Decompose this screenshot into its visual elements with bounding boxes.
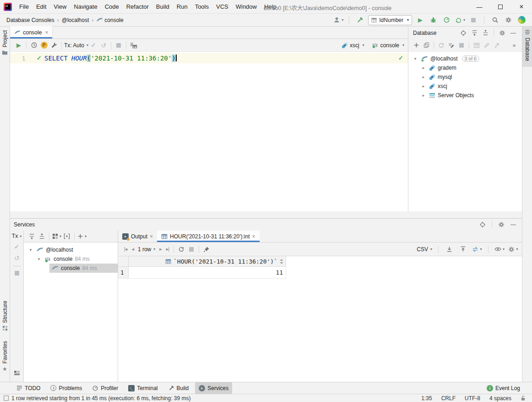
collapse-all-button[interactable]	[480, 28, 490, 38]
first-page-button[interactable]: |◂	[122, 246, 129, 252]
chevron-down-icon[interactable]: ▾	[412, 56, 418, 61]
pin-tab-button[interactable]	[201, 244, 212, 254]
schema-select[interactable]: xscj ▾	[342, 42, 364, 49]
edit-source-button[interactable]	[482, 40, 492, 50]
lock-icon[interactable]	[521, 395, 526, 401]
grid-data-row[interactable]: 1 11	[118, 267, 286, 279]
tool-button-build[interactable]: Build	[164, 382, 193, 394]
menu-navigate[interactable]: Navigate	[70, 1, 101, 12]
hide-panel-button[interactable]: —	[508, 28, 518, 38]
expand-all-button[interactable]	[469, 28, 479, 38]
tree-row-gradem[interactable]: ▸ gradem	[408, 63, 522, 72]
prev-page-button[interactable]: ◂	[129, 246, 136, 252]
stop-session-button[interactable]	[15, 270, 19, 277]
session-select[interactable]: console ▾	[372, 42, 404, 49]
navigate-button[interactable]	[492, 40, 502, 50]
chevron-right-icon[interactable]: ▸	[420, 93, 427, 98]
console-settings-button[interactable]	[49, 40, 59, 50]
menu-vcs[interactable]: VCS	[212, 1, 232, 12]
reload-page-button[interactable]	[176, 244, 186, 254]
menu-tools[interactable]: Tools	[191, 1, 212, 12]
stop-button[interactable]	[468, 15, 478, 25]
refresh-button[interactable]	[436, 40, 446, 50]
close-tab-icon[interactable]: ×	[150, 233, 153, 240]
transpose-button[interactable]: ▾	[472, 244, 482, 254]
tool-tab-favorites[interactable]: Favorites ★	[0, 338, 10, 375]
tool-button-todo[interactable]: TODO	[13, 382, 44, 394]
menu-window[interactable]: Window	[232, 1, 261, 12]
plugin-button[interactable]	[516, 15, 527, 25]
user-account-button[interactable]: ▾	[333, 15, 343, 25]
menu-build[interactable]: Build	[152, 1, 173, 12]
tool-tab-project[interactable]: Project	[0, 28, 10, 58]
more-actions-button[interactable]: »	[509, 40, 519, 50]
line-separator-indicator[interactable]: CRLF	[441, 395, 456, 402]
database-settings-button[interactable]	[497, 28, 507, 38]
export-data-button[interactable]	[445, 244, 455, 254]
run-button[interactable]: ▶	[415, 15, 425, 25]
rollback-button[interactable]: ↺	[14, 254, 20, 262]
maximize-button[interactable]	[490, 0, 511, 14]
hide-services-button[interactable]: —	[508, 220, 518, 230]
tree-row-localhost[interactable]: ▾ @localhost 3 of 6	[408, 54, 522, 63]
debug-button[interactable]	[429, 15, 439, 25]
stop-query-button[interactable]	[186, 244, 196, 254]
layout-button[interactable]	[14, 370, 20, 377]
execute-button[interactable]: ▶	[14, 40, 24, 50]
in-editor-results-button[interactable]	[129, 40, 139, 50]
chevron-right-icon[interactable]: ▸	[420, 84, 427, 88]
add-service-button[interactable]: ▾	[77, 231, 87, 242]
tab-result[interactable]: HOUR('2021-10-31 11:36:20'):int ×	[157, 231, 259, 242]
tree-row-xscj[interactable]: ▸ xscj	[408, 82, 522, 91]
breadcrumb-console[interactable]: console	[103, 17, 124, 23]
tree-row-server-objects[interactable]: ▸ Server Objects	[408, 91, 522, 100]
tool-button-services[interactable]: ▸ Services	[195, 382, 232, 394]
locate-object-button[interactable]	[458, 28, 468, 38]
modify-schema-button[interactable]	[446, 40, 456, 50]
settings-button[interactable]	[503, 15, 513, 25]
expand-all-button[interactable]	[27, 231, 37, 242]
view-options-button[interactable]: ▾	[494, 244, 505, 254]
tree-row-mysql[interactable]: ▸ mysql	[408, 72, 522, 82]
menu-refactor[interactable]: Refactor	[123, 1, 152, 12]
chevron-down-icon[interactable]: ▾	[27, 248, 34, 252]
build-project-button[interactable]	[355, 15, 365, 25]
sql-statement[interactable]: SELECT HOUR('2021-10-31 11:36:20')	[44, 55, 177, 62]
close-tab-icon[interactable]: ×	[252, 233, 255, 240]
locate-button[interactable]	[478, 220, 488, 230]
tree-row-session[interactable]: ▾ console 84 ms	[24, 254, 118, 264]
search-everywhere-button[interactable]	[490, 15, 500, 25]
query-history-button[interactable]	[29, 40, 39, 50]
tree-row-console-selected[interactable]: console 84 ms	[49, 264, 118, 273]
export-format-select[interactable]: CSV ▾	[417, 246, 432, 253]
duplicate-button[interactable]	[421, 40, 431, 50]
tool-button-terminal[interactable]: ›_ Terminal	[125, 382, 161, 394]
stop-console-button[interactable]	[114, 40, 124, 50]
collapse-all-button[interactable]	[37, 231, 47, 242]
run-configuration-select[interactable]: IdNumber ▾	[368, 15, 412, 25]
row-number-cell[interactable]: 1	[118, 267, 129, 279]
grid-settings-button[interactable]: ▾	[508, 244, 518, 254]
parameters-button[interactable]: P	[39, 40, 49, 50]
services-settings-button[interactable]	[496, 220, 506, 230]
menu-code[interactable]: Code	[101, 1, 123, 12]
open-table-button[interactable]	[472, 40, 482, 50]
tool-tab-structure[interactable]: Structure	[0, 298, 10, 334]
chevron-right-icon[interactable]: ▸	[420, 66, 427, 70]
tool-tab-database[interactable]: Database	[522, 27, 532, 67]
commit-button[interactable]: ✓	[14, 243, 19, 250]
tab-output[interactable]: ▸ Output ×	[118, 231, 157, 242]
profile-button[interactable]	[442, 15, 452, 25]
menu-file[interactable]: File	[16, 1, 33, 12]
event-log-button[interactable]: i Event Log	[483, 382, 524, 394]
menu-edit[interactable]: Edit	[33, 1, 50, 12]
menu-view[interactable]: View	[50, 1, 70, 12]
commit-button[interactable]: ✓	[88, 40, 98, 50]
caret-position[interactable]: 1:35	[421, 395, 432, 402]
indent-indicator[interactable]: 4 spaces	[489, 395, 511, 402]
tx-mode-select[interactable]: Tx: Auto ▾	[64, 42, 88, 49]
group-by-button[interactable]: ▾	[52, 231, 62, 242]
last-page-button[interactable]: ▸|	[164, 246, 171, 252]
page-size-select[interactable]: 1 row ▾	[136, 246, 157, 253]
editor-tab-console[interactable]: console ×	[10, 26, 53, 39]
